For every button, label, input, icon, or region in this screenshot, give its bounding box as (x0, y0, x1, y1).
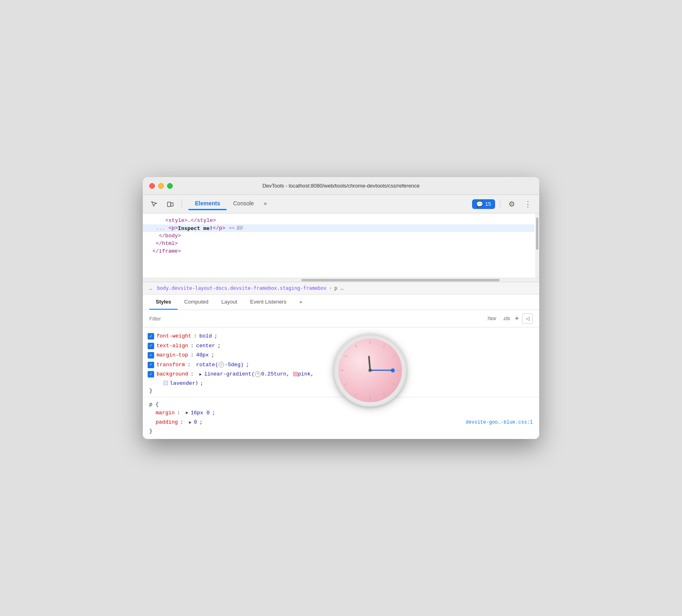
tick-3 (396, 370, 400, 371)
traffic-lights (149, 183, 173, 189)
property-checkbox-transform[interactable]: ✓ (148, 362, 154, 368)
property-checkbox-font-weight[interactable]: ✓ (148, 333, 154, 340)
clock-angle-popup[interactable] (334, 334, 407, 407)
tick-4 (393, 383, 396, 385)
svg-rect-0 (167, 202, 171, 207)
tick-11 (355, 344, 358, 348)
expand-background[interactable]: ▶ (199, 371, 202, 378)
timing-icon[interactable]: ⊙ (218, 362, 224, 367)
dom-line-body: </body> (143, 232, 539, 240)
property-checkbox-margin-top[interactable]: ✓ (148, 352, 154, 359)
window-title: DevTools - localhost:8080/web/tools/chro… (263, 183, 420, 189)
gradient-circle-icon[interactable]: ⊖ (255, 371, 261, 377)
more-options-button[interactable]: ⋮ (521, 198, 534, 211)
devtools-toolbar: Elements Console » 💬 15 ⚙ ⋮ (143, 195, 539, 213)
svg-rect-1 (171, 203, 173, 206)
styles-panel: Styles Computed Layout Event Listeners »… (143, 295, 539, 439)
css-source-link[interactable]: devsite-goo…-blue.css:1 (466, 419, 533, 426)
scrollbar-track (535, 213, 539, 278)
clock-hand-end (391, 368, 395, 372)
expand-padding[interactable]: ▶ (189, 420, 191, 426)
clock-hour-hand (368, 356, 371, 370)
pink-swatch[interactable] (293, 372, 298, 376)
close-button[interactable] (149, 183, 155, 189)
tick-10 (344, 355, 347, 357)
dom-line-iframe: </iframe> (143, 247, 539, 255)
toolbar-divider-2 (500, 199, 500, 209)
horizontal-scrollbar[interactable] (143, 278, 539, 282)
tick-5 (383, 393, 385, 396)
rule-separator (143, 397, 539, 397)
toolbar-more-tabs[interactable]: » (261, 198, 270, 210)
tick-12 (370, 341, 371, 344)
rule-close-brace-2: } (143, 427, 539, 435)
chat-icon: 💬 (476, 201, 483, 207)
filter-input[interactable] (149, 316, 482, 322)
tick-6 (370, 397, 371, 400)
breadcrumb-dots[interactable]: … (149, 285, 152, 291)
breadcrumb-path[interactable]: body.devsite-layout-docs.devsite-framebo… (157, 285, 326, 291)
css-property-margin: margin : ▶ 16px 0 ; (143, 408, 539, 418)
tick-1 (383, 344, 385, 348)
tab-console[interactable]: Console (227, 198, 260, 210)
tab-computed[interactable]: Computed (178, 295, 215, 310)
dom-line-html: </html> (143, 240, 539, 247)
computed-sidebar-button[interactable]: ◁ (522, 313, 533, 324)
css-selector-p[interactable]: p { (143, 400, 539, 408)
breadcrumb-bar: … body.devsite-layout-docs.devsite-frame… (143, 282, 539, 295)
settings-button[interactable]: ⚙ (505, 198, 518, 211)
filter-bar: :hov .cls + ◁ (143, 310, 539, 327)
lavender-swatch[interactable] (163, 381, 168, 385)
breadcrumb-more[interactable]: … (341, 285, 343, 291)
devtools-window: DevTools - localhost:8080/web/tools/chro… (143, 177, 539, 439)
horizontal-scrollbar-thumb[interactable] (301, 279, 500, 281)
tick-2 (393, 355, 396, 357)
chat-badge[interactable]: 💬 15 (472, 199, 495, 209)
maximize-button[interactable] (167, 183, 173, 189)
css-property-padding: padding : ▶ 0 ; devsite-goo…-blue.css:1 (143, 418, 539, 427)
property-checkbox-background[interactable]: ✓ (148, 371, 154, 378)
clock-center-dot (369, 369, 372, 372)
tick-7 (355, 393, 358, 396)
tab-elements[interactable]: Elements (189, 198, 227, 210)
cls-button[interactable]: .cls (501, 315, 511, 322)
clock-outer-ring (334, 334, 407, 407)
clock-face (338, 338, 402, 402)
add-style-button[interactable]: + (515, 314, 519, 323)
tick-8 (344, 383, 347, 385)
chat-count: 15 (485, 201, 491, 207)
styles-tab-more[interactable]: » (296, 295, 305, 310)
tab-styles[interactable]: Styles (149, 295, 178, 310)
toolbar-right: 💬 15 ⚙ ⋮ (472, 198, 534, 211)
styles-tabs: Styles Computed Layout Event Listeners » (143, 295, 539, 310)
device-toolbar-button[interactable] (164, 198, 177, 211)
tab-layout[interactable]: Layout (215, 295, 244, 310)
expand-margin[interactable]: ▶ (186, 410, 188, 416)
breadcrumb-current[interactable]: p (335, 285, 337, 291)
property-checkbox-text-align[interactable]: ✓ (148, 343, 154, 349)
css-rule-block-2: p { margin : ▶ 16px 0 ; padding : ▶ 0 ; … (143, 399, 539, 436)
titlebar: DevTools - localhost:8080/web/tools/chro… (143, 177, 539, 195)
hov-button[interactable]: :hov (485, 315, 498, 322)
clock-minute-hand (370, 369, 393, 371)
minimize-button[interactable] (158, 183, 164, 189)
dom-line: <style>…</style> (143, 217, 539, 224)
scrollbar-thumb[interactable] (536, 217, 538, 250)
dom-line-highlight[interactable]: ... <p>Inspect me!</p> == $0 (143, 224, 534, 232)
css-property-font-weight: ✓ font-weight : bold ; (143, 331, 539, 341)
dom-panel: <style>…</style> ... <p>Inspect me!</p> … (143, 213, 539, 278)
tick-9 (341, 370, 344, 371)
toolbar-divider (182, 199, 182, 209)
tab-event-listeners[interactable]: Event Listeners (244, 295, 293, 310)
inspect-element-button[interactable] (148, 198, 161, 211)
css-rules-panel: ✓ font-weight : bold ; ✓ text-align : ce… (143, 327, 539, 439)
toolbar-tabs: Elements Console » (189, 198, 270, 210)
